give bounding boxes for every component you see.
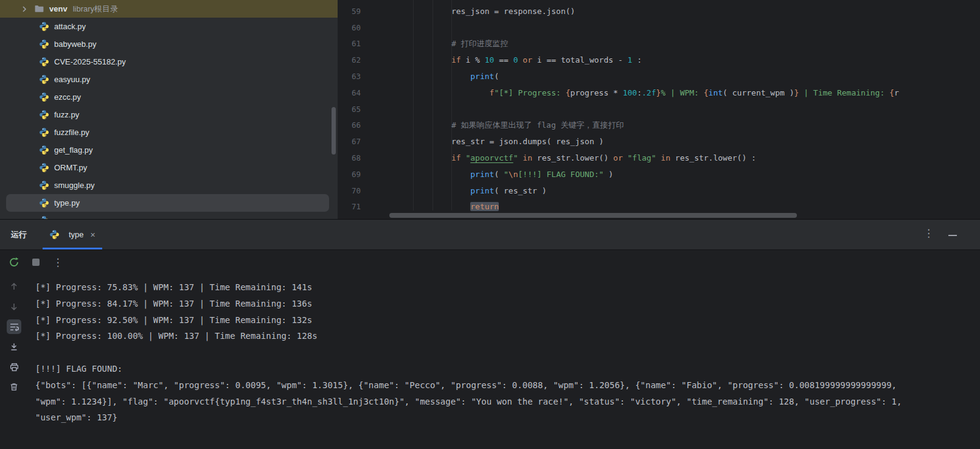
code-text: res_str = json.dumps( res_json ) (394, 137, 603, 146)
line-number: 66 (338, 120, 394, 130)
console-line: [*] Progress: 100.00% | WPM: 137 | Time … (35, 328, 917, 344)
tree-item-fuzz.py[interactable]: fuzz.py (0, 106, 338, 124)
file-name-label: babyweb.py (54, 40, 96, 49)
console-line: [*] Progress: 92.50% | WPM: 137 | Time R… (35, 312, 917, 329)
code-line-69[interactable]: 69 print( "\n[!!!] FLAG FOUND:" ) (338, 166, 980, 183)
run-tool-window: 运行 type × ⋮ ⋮ (0, 219, 980, 449)
file-name-label: CVE-2025-55182.py (54, 57, 126, 66)
console-line: [!!!] FLAG FOUND: (35, 361, 917, 377)
console-line: [*] Progress: 84.17% | WPM: 137 | Time R… (35, 296, 917, 312)
run-tab-label: type (69, 230, 84, 239)
tree-item-fuzzfile.py[interactable]: fuzzfile.py (0, 124, 338, 141)
code-line-67[interactable]: 67 res_str = json.dumps( res_json ) (338, 133, 980, 150)
tree-scrollbar[interactable] (332, 107, 336, 155)
editor-horizontal-scrollbar[interactable] (338, 213, 980, 218)
scroll-to-end-icon[interactable] (7, 339, 21, 354)
tree-item-ezcc.py[interactable]: ezcc.py (0, 88, 338, 106)
python-file-icon (39, 110, 49, 120)
tree-item-type.py[interactable]: type.py (6, 194, 329, 212)
console-line: [*] Progress: 75.83% | WPM: 137 | Time R… (35, 279, 917, 296)
python-file-icon (39, 162, 49, 173)
project-tree-panel: venv library根目录 attack.pybabyweb.pyCVE-2… (0, 0, 338, 219)
code-line-70[interactable]: 70 print( res_str ) (338, 183, 980, 199)
python-file-icon (39, 127, 49, 137)
soft-wrap-icon[interactable] (7, 319, 21, 334)
console-action-strip (0, 274, 28, 449)
down-arrow-icon[interactable] (7, 299, 21, 314)
python-file-icon (39, 145, 49, 155)
toolbar-more-options-icon[interactable]: ⋮ (51, 256, 64, 269)
python-file-icon (39, 92, 49, 102)
code-text: print( res_str ) (394, 186, 546, 195)
tree-item-easyuu.py[interactable]: easyuu.py (0, 71, 338, 88)
run-tool-title: 运行 (11, 229, 27, 240)
tree-item-partial[interactable] (0, 212, 338, 219)
line-number: 70 (338, 186, 394, 195)
ide-window: venv library根目录 attack.pybabyweb.pyCVE-2… (0, 0, 980, 449)
file-name-label: get_flag.py (54, 145, 93, 155)
line-number: 59 (338, 7, 394, 16)
code-line-61[interactable]: 61 # 打印进度监控 (338, 36, 980, 52)
python-file-icon (39, 39, 49, 49)
code-text: print( (394, 72, 499, 81)
line-number: 64 (338, 88, 394, 97)
python-file-icon (39, 180, 49, 190)
run-header: 运行 type × ⋮ (0, 220, 980, 250)
code-lines: 59 res_json = response.json()6061 # 打印进度… (338, 0, 980, 219)
header-more-options-icon[interactable]: ⋮ (923, 228, 934, 238)
code-line-62[interactable]: 62 if i % 10 == 0 or i == total_words - … (338, 52, 980, 68)
up-arrow-icon[interactable] (7, 279, 21, 294)
line-number: 63 (338, 72, 394, 81)
root-folder-name: venv (49, 4, 68, 13)
python-file-icon (39, 198, 49, 208)
console-line (35, 344, 917, 361)
tree-item-CVE-2025-55182.py[interactable]: CVE-2025-55182.py (0, 53, 338, 71)
code-text: return (394, 202, 499, 211)
file-name-label: fuzz.py (54, 110, 79, 119)
code-text: if i % 10 == 0 or i == total_words - 1 : (394, 55, 642, 64)
code-line-59[interactable]: 59 res_json = response.json() (338, 3, 980, 19)
clear-all-icon[interactable] (7, 380, 21, 394)
chevron-right-icon[interactable] (19, 4, 34, 14)
code-text: f"[*] Progress: {progress * 100:.2f}% | … (394, 88, 899, 97)
python-file-icon (39, 21, 49, 32)
code-text: # 如果响应体里出现了 flag 关键字，直接打印 (394, 120, 624, 131)
tree-item-attack.py[interactable]: attack.py (0, 18, 338, 35)
rerun-button[interactable] (7, 256, 21, 269)
file-name-label: attack.py (54, 22, 86, 31)
run-tab-type[interactable]: type × (43, 220, 102, 249)
tree-item-smuggle.py[interactable]: smuggle.py (0, 176, 338, 194)
code-line-60[interactable]: 60 (338, 19, 980, 36)
close-tab-icon[interactable]: × (91, 231, 96, 239)
code-line-65[interactable]: 65 (338, 101, 980, 117)
line-number: 60 (338, 23, 394, 32)
console-output[interactable]: [*] Progress: 75.83% | WPM: 137 | Time R… (35, 279, 917, 426)
code-text: # 打印进度监控 (394, 38, 509, 49)
scrollbar-thumb[interactable] (389, 213, 797, 218)
line-number: 69 (338, 170, 394, 179)
tree-file-list: attack.pybabyweb.pyCVE-2025-55182.pyeasy… (0, 18, 338, 219)
stop-button[interactable] (29, 256, 43, 269)
tree-item-venv[interactable]: venv library根目录 (0, 0, 338, 18)
console-line: {"bots": [{"name": "Marc", "progress": 0… (35, 377, 917, 426)
python-icon (49, 229, 60, 240)
code-line-64[interactable]: 64 f"[*] Progress: {progress * 100:.2f}%… (338, 85, 980, 101)
line-number: 68 (338, 153, 394, 162)
code-line-66[interactable]: 66 # 如果响应体里出现了 flag 关键字，直接打印 (338, 117, 980, 134)
file-name-label: type.py (54, 198, 80, 207)
code-text: res_json = response.json() (394, 7, 575, 16)
root-folder-suffix: library根目录 (73, 4, 118, 15)
code-text: if "apoorvctf" in res_str.lower() or "fl… (394, 153, 756, 162)
run-console-body: [*] Progress: 75.83% | WPM: 137 | Time R… (0, 274, 980, 449)
code-editor[interactable]: 59 res_json = response.json()6061 # 打印进度… (338, 0, 980, 219)
file-name-label: ORMT.py (54, 163, 87, 172)
code-line-63[interactable]: 63 print( (338, 68, 980, 85)
hide-panel-icon[interactable] (948, 235, 957, 236)
line-number: 61 (338, 39, 394, 48)
print-icon[interactable] (7, 360, 21, 374)
tree-item-get_flag.py[interactable]: get_flag.py (0, 141, 338, 159)
code-line-68[interactable]: 68 if "apoorvctf" in res_str.lower() or … (338, 150, 980, 166)
tree-item-babyweb.py[interactable]: babyweb.py (0, 35, 338, 53)
tree-item-ORMT.py[interactable]: ORMT.py (0, 159, 338, 176)
code-text: print( "\n[!!!] FLAG FOUND:" ) (394, 170, 613, 179)
